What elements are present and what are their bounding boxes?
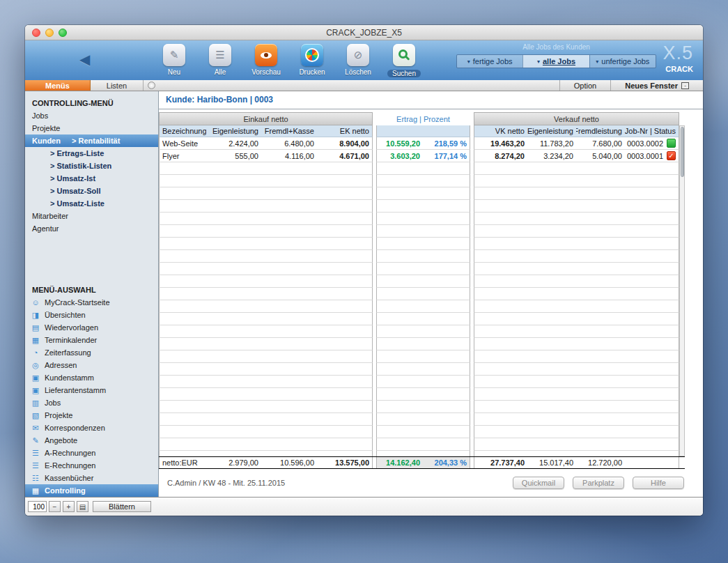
table-row-empty[interactable] <box>159 175 685 187</box>
sidebar-item-a-rechnungen[interactable]: ☰A-Rechnungen <box>25 447 158 459</box>
table-row-empty[interactable] <box>159 187 685 200</box>
status-done-check-icon[interactable]: ✓ <box>667 151 676 160</box>
toolbar-button-alle[interactable]: ☰Alle <box>201 44 240 79</box>
sidebar-item-angebote[interactable]: ✎Angebote <box>25 434 158 447</box>
toolbar-button-neu[interactable]: ✎Neu <box>155 44 194 79</box>
button-parkplatz[interactable]: Parkplatz <box>573 477 624 489</box>
sidebar-item-uebersichten[interactable]: ◨Übersichten <box>25 309 158 321</box>
empty-cell <box>261 451 317 456</box>
sidebar-item-umsatz-soll[interactable]: > Umsatz-Soll <box>25 185 158 197</box>
table-row-empty[interactable] <box>159 300 685 313</box>
sidebar-item-jobs[interactable]: ▥Jobs <box>25 396 158 409</box>
table-row-empty[interactable] <box>159 413 685 426</box>
table-row-empty[interactable] <box>159 213 685 225</box>
empty-cell <box>527 225 576 238</box>
tab-listen[interactable]: Listen <box>91 80 144 91</box>
folder-icon: ▧ <box>31 411 40 420</box>
sidebar-item-statistik-listen[interactable]: > Statistik-Listen <box>25 160 158 172</box>
button-quickmail[interactable]: Quickmail <box>513 477 564 489</box>
job-filter-fertige-jobs[interactable]: ▾fertige Jobs <box>457 55 522 68</box>
mail-icon: ✉ <box>31 424 40 433</box>
sidebar-item-mycrack-startseite[interactable]: ☺MyCrack-Startseite <box>25 296 158 309</box>
empty-cell <box>474 263 527 275</box>
sidebar-item-kunden[interactable]: Kunden> Rentabilität <box>25 134 158 147</box>
sidebar-item-kassenbuecher[interactable]: ☷Kassenbücher <box>25 472 158 484</box>
empty-cell <box>423 300 470 313</box>
sidebar-item-mitarbeiter[interactable]: Mitarbeiter <box>25 210 158 222</box>
empty-cell <box>159 376 206 388</box>
toolbar-button-drucken[interactable]: Drucken <box>293 44 332 79</box>
button-hilfe[interactable]: Hilfe <box>633 477 684 489</box>
stack-icon: ▤ <box>31 323 40 332</box>
table-row-empty[interactable] <box>159 426 685 438</box>
sidebar-item-wiedervorlagen[interactable]: ▤Wiedervorlagen <box>25 321 158 334</box>
empty-cell <box>474 426 527 438</box>
table-row-empty[interactable] <box>159 325 685 338</box>
table-row-empty[interactable] <box>159 376 685 388</box>
tab-menus[interactable]: Menüs <box>25 80 91 91</box>
minimize-tile-icon[interactable]: - <box>681 82 689 89</box>
zoom-in-button[interactable]: + <box>63 501 75 512</box>
titlebar[interactable]: CRACK_JOBZE_X5 <box>25 25 703 40</box>
sidebar-item-umsatz-ist[interactable]: > Umsatz-Ist <box>25 172 158 185</box>
zoom-out-button[interactable]: − <box>49 501 61 512</box>
table-row[interactable]: Web-Seite2.424,006.480,008.904,0010.559,… <box>159 137 685 150</box>
zoom-level-input[interactable] <box>28 501 47 512</box>
table-row-empty[interactable] <box>159 451 685 456</box>
vertical-scrollbar[interactable] <box>679 125 685 456</box>
table-row-empty[interactable] <box>159 388 685 401</box>
empty-cell <box>527 238 576 250</box>
sidebar-item-projekte[interactable]: Projekte <box>25 122 158 134</box>
scrollbar-thumb[interactable] <box>681 127 684 177</box>
option-menu[interactable]: Option <box>559 80 610 91</box>
empty-cell <box>159 162 206 175</box>
table-row-empty[interactable] <box>159 363 685 376</box>
sidebar-item-agentur[interactable]: Agentur <box>25 222 158 235</box>
table-row-empty[interactable] <box>159 200 685 213</box>
status-open-icon[interactable] <box>667 139 676 148</box>
table-row-empty[interactable] <box>159 238 685 250</box>
sidebar-item-zeiterfassung[interactable]: ◔Zeiterfassung <box>25 346 158 359</box>
table-row-empty[interactable] <box>159 350 685 363</box>
sidebar-item-umsatz-liste[interactable]: > Umsatz-Liste <box>25 197 158 210</box>
mode-select[interactable]: Blättern <box>93 501 151 512</box>
table-row[interactable]: Flyer555,004.116,004.671,003.603,20177,1… <box>159 150 685 162</box>
sidebar-item-label: > Ertrags-Liste <box>50 149 104 157</box>
back-arrow-icon[interactable]: ◀ <box>79 51 90 68</box>
sidebar-item-jobs[interactable]: Jobs <box>25 109 158 122</box>
status-toolbar-toggle-icon[interactable]: ▤ <box>77 501 88 512</box>
sidebar-item-adressen[interactable]: ◎Adressen <box>25 359 158 371</box>
sidebar-item-terminkalender[interactable]: ▦Terminkalender <box>25 334 158 346</box>
toolbar-button-loeschen[interactable]: ⊘Löschen <box>339 44 378 79</box>
sidebar-item-projekte[interactable]: ▧Projekte <box>25 409 158 422</box>
sidebar-item-ertrags-liste[interactable]: > Ertrags-Liste <box>25 147 158 160</box>
sidebar-item-lieferantenstamm[interactable]: ▣Lieferantenstamm <box>25 384 158 396</box>
sidebar-item-korrespondenzen[interactable]: ✉Korrespondenzen <box>25 422 158 434</box>
table-row-empty[interactable] <box>159 162 685 175</box>
traffic-lights <box>32 29 67 37</box>
sidebar-item-e-rechnungen[interactable]: ☰E-Rechnungen <box>25 459 158 472</box>
table-row-empty[interactable] <box>159 250 685 263</box>
zoom-window-button[interactable] <box>59 29 67 37</box>
table-row-empty[interactable] <box>159 263 685 275</box>
sidebar-item-controlling[interactable]: ▦Controlling <box>25 484 158 497</box>
tab-options-icon[interactable] <box>148 82 155 89</box>
toolbar-button-suchen[interactable]: Suchen <box>385 44 424 79</box>
status-buttons: QuickmailParkplatzHilfe <box>513 477 684 489</box>
job-filter-unfertige-jobs[interactable]: ▾unfertige Jobs <box>589 55 656 68</box>
column-header-eigenleistung_vk: Eigenleistung <box>527 125 576 137</box>
sidebar-item-kundenstamm[interactable]: ▣Kundenstamm <box>25 371 158 384</box>
table-row-empty[interactable] <box>159 288 685 300</box>
close-window-button[interactable] <box>32 29 40 37</box>
toolbar-button-vorschau[interactable]: Vorschau <box>247 44 286 79</box>
table-row-empty[interactable] <box>159 275 685 288</box>
new-window-button[interactable]: Neues Fenster - <box>610 80 703 91</box>
table-row-empty[interactable] <box>159 313 685 325</box>
empty-cell <box>423 200 470 213</box>
minimize-window-button[interactable] <box>45 29 54 37</box>
table-row-empty[interactable] <box>159 225 685 238</box>
table-row-empty[interactable] <box>159 338 685 350</box>
table-row-empty[interactable] <box>159 438 685 451</box>
table-row-empty[interactable] <box>159 401 685 413</box>
job-filter-alle-jobs[interactable]: ▾alle Jobs <box>522 55 589 68</box>
